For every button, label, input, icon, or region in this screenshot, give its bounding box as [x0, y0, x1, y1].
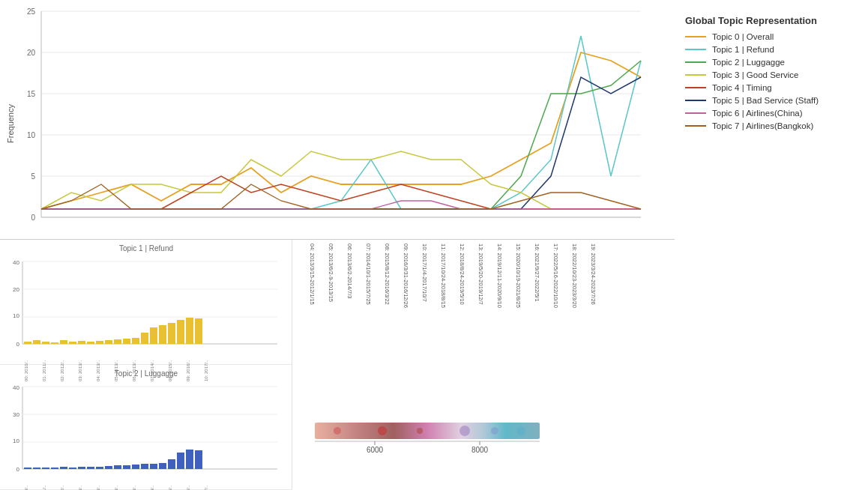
- svg-text:17: 2022/5/16-2022/10/10: 17: 2022/5/16-2022/10/10: [552, 244, 559, 308]
- svg-rect-77: [150, 464, 157, 469]
- svg-text:06: 2013/6/2-2014/7/3: 06: 2013/6/2-2014/7/3: [346, 244, 353, 298]
- svg-text:0: 0: [31, 214, 35, 222]
- svg-rect-82: [195, 450, 202, 469]
- bottom-left-panel: Topic 1 | Refund 40 20 10 0: [0, 240, 292, 490]
- svg-rect-25: [42, 342, 49, 344]
- svg-text:04: 2013/..: 04: 2013/..: [96, 485, 100, 490]
- svg-rect-41: [186, 318, 193, 344]
- svg-rect-30: [87, 342, 94, 344]
- svg-rect-79: [168, 459, 175, 469]
- legend-item-label: Topic 4 | Timing: [712, 83, 772, 92]
- svg-text:08: 2015/..: 08: 2015/..: [168, 485, 172, 490]
- svg-text:20: 20: [27, 49, 36, 57]
- luggage-chart: Topic 2 | Luggagge 40 30 10 0: [0, 365, 292, 490]
- svg-point-112: [378, 426, 387, 435]
- svg-point-113: [417, 428, 423, 434]
- svg-rect-80: [177, 453, 184, 469]
- svg-text:19: 2023/3/24-2023/7/26: 19: 2023/3/24-2023/7/26: [590, 244, 597, 305]
- svg-text:25: 25: [27, 7, 36, 16]
- svg-rect-73: [114, 465, 121, 469]
- svg-rect-29: [78, 341, 85, 344]
- svg-text:11: 2017/10/24-2018/8/15: 11: 2017/10/24-2018/8/15: [440, 244, 447, 308]
- svg-text:40: 40: [13, 384, 19, 391]
- legend-item-4: Topic 4 | Timing: [685, 83, 858, 92]
- svg-rect-36: [141, 333, 148, 344]
- svg-text:07: 2014/..: 07: 2014/..: [150, 485, 154, 490]
- svg-rect-31: [96, 341, 103, 344]
- svg-rect-70: [87, 467, 94, 469]
- svg-rect-72: [105, 466, 112, 469]
- legend-color-line: [685, 74, 706, 76]
- svg-text:04: 2013/3/15-2012/1/15: 04: 2013/3/15-2012/1/15: [309, 244, 316, 305]
- svg-rect-24: [33, 340, 40, 344]
- legend-title: Global Topic Representation: [685, 15, 858, 26]
- svg-rect-32: [105, 340, 112, 344]
- svg-rect-64: [33, 468, 40, 469]
- bottom-right-panel: 04: 2013/3/15-2012/1/15 05: 2013/6/2-9-2…: [292, 240, 675, 490]
- svg-rect-23: [24, 342, 31, 344]
- svg-text:13: 2019/5/20-2019/12/7: 13: 2019/5/20-2019/12/7: [477, 244, 484, 305]
- svg-text:30: 30: [13, 411, 19, 418]
- luggage-chart-title: Topic 2 | Luggagge: [0, 365, 292, 378]
- legend-item-label: Topic 1 | Refund: [712, 45, 774, 54]
- svg-point-115: [491, 427, 498, 435]
- legend-item-1: Topic 1 | Refund: [685, 45, 858, 54]
- svg-text:15: 2020/10/19-2021/8/25: 15: 2020/10/19-2021/8/25: [515, 244, 522, 308]
- legend-color-line: [685, 112, 706, 115]
- svg-point-114: [459, 426, 470, 436]
- main-container: Frequency 25 20 15 10 5 0: [0, 0, 868, 490]
- svg-rect-27: [60, 340, 67, 344]
- legend-color-line: [685, 100, 706, 102]
- svg-text:20: 20: [13, 286, 19, 293]
- legend-color-line: [685, 49, 706, 51]
- legend-panel: Global Topic Representation Topic 0 | Ov…: [675, 7, 868, 142]
- svg-text:10: 2017/..: 10: 2017/..: [204, 485, 208, 490]
- y-axis-label: Frequency: [6, 104, 15, 143]
- legend-item-7: Topic 7 | Airlines(Bangkok): [685, 121, 858, 130]
- svg-rect-34: [123, 339, 130, 344]
- svg-rect-68: [69, 468, 76, 469]
- svg-rect-78: [159, 463, 166, 469]
- svg-rect-26: [51, 342, 58, 344]
- svg-text:03: 2013/..: 03: 2013/..: [78, 485, 82, 490]
- svg-text:06: 2013/..: 06: 2013/..: [132, 485, 136, 490]
- svg-text:15: 15: [27, 90, 36, 98]
- svg-text:01: 2011/..: 01: 2011/..: [42, 485, 46, 490]
- svg-text:40: 40: [13, 259, 19, 266]
- svg-rect-28: [69, 342, 76, 344]
- svg-rect-66: [51, 468, 58, 469]
- svg-rect-35: [132, 338, 139, 344]
- legend-item-6: Topic 6 | Airlines(China): [685, 109, 858, 118]
- svg-text:10: 2017/1/4-2017/10/7: 10: 2017/1/4-2017/10/7: [421, 244, 428, 302]
- svg-text:0: 0: [16, 341, 20, 348]
- legend-color-line: [685, 61, 706, 64]
- svg-text:14: 2019/12/11-2020/9/10: 14: 2019/12/11-2020/9/10: [496, 244, 503, 308]
- svg-rect-38: [159, 325, 166, 344]
- legend-item-0: Topic 0 | Overall: [685, 32, 858, 41]
- svg-rect-75: [132, 465, 139, 469]
- refund-chart: Topic 1 | Refund 40 20 10 0: [0, 240, 292, 365]
- svg-text:10: 10: [27, 131, 36, 139]
- legend-item-label: Topic 6 | Airlines(China): [712, 109, 803, 118]
- svg-text:05: 2013/6/2-9-2013/15: 05: 2013/6/2-9-2013/15: [328, 244, 334, 302]
- svg-rect-40: [177, 320, 184, 344]
- axis-8000-label: 8000: [471, 446, 489, 454]
- svg-text:18: 2022/10/23-2023/3/20: 18: 2022/10/23-2023/3/20: [571, 244, 578, 308]
- svg-text:5: 5: [31, 172, 35, 181]
- svg-rect-37: [150, 327, 157, 344]
- svg-text:05: 2013/..: 05: 2013/..: [114, 485, 118, 490]
- svg-text:09: 2016/3/31-2016/12/26: 09: 2016/3/31-2016/12/26: [403, 244, 409, 308]
- svg-rect-76: [141, 464, 148, 469]
- svg-rect-69: [78, 467, 85, 469]
- svg-text:02: 2012/..: 02: 2012/..: [60, 485, 64, 490]
- legend-item-5: Topic 5 | Bad Service (Staff): [685, 96, 858, 105]
- svg-rect-65: [42, 468, 49, 469]
- svg-text:00: 2010/..: 00: 2010/..: [24, 485, 28, 490]
- svg-text:07: 2014/10/1-2015/7/25: 07: 2014/10/1-2015/7/25: [365, 244, 372, 305]
- legend-color-line: [685, 36, 706, 38]
- main-chart: Frequency 25 20 15 10 5 0: [0, 0, 675, 240]
- svg-rect-110: [315, 423, 540, 439]
- svg-rect-42: [195, 318, 202, 344]
- legend-color-line: [685, 87, 706, 89]
- svg-text:09: 2016/..: 09: 2016/..: [186, 485, 190, 490]
